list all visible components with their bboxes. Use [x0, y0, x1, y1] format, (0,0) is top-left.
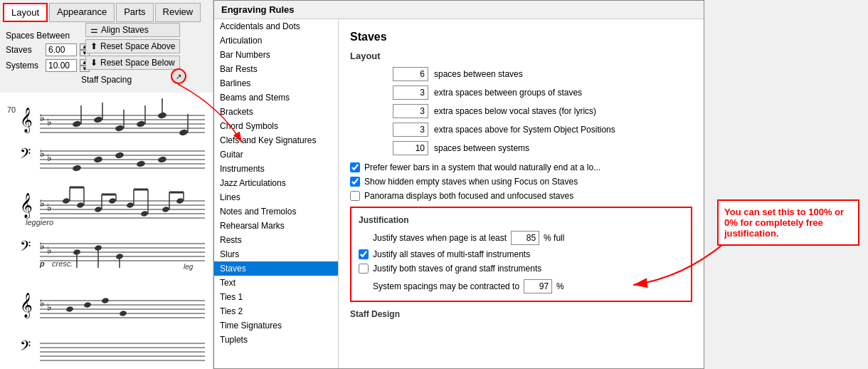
justify-multi-label: Justify all staves of multi-staff instru…: [373, 249, 530, 259]
panorama-checkbox[interactable]: [350, 191, 360, 201]
svg-text:𝄢: 𝄢: [20, 338, 31, 357]
svg-text:p: p: [39, 259, 45, 268]
justify-staves-label: Justify staves when page is at least: [373, 233, 507, 243]
extra-spaces-system-input[interactable]: [393, 123, 428, 137]
align-icon: ⚌: [90, 25, 98, 35]
category-item-chordsymbols[interactable]: Chord Symbols: [214, 119, 338, 133]
svg-point-19: [179, 129, 189, 137]
category-item-barnumbers[interactable]: Bar Numbers: [214, 48, 338, 62]
category-item-notes[interactable]: Notes and Tremolos: [214, 204, 338, 219]
systems-input[interactable]: [46, 59, 77, 72]
category-item-ties2[interactable]: Ties 2: [214, 304, 338, 318]
music-panel: 70 𝄞 ♭ ♭: [0, 93, 213, 369]
category-item-rehearsal[interactable]: Rehearsal Marks: [214, 219, 338, 233]
category-item-lines[interactable]: Lines: [214, 190, 338, 204]
svg-text:♭: ♭: [47, 302, 52, 313]
category-item-articulation[interactable]: Articulation: [214, 33, 338, 48]
category-item-jazzart[interactable]: Jazz Articulations: [214, 176, 338, 190]
category-item-ties1[interactable]: Ties 1: [214, 290, 338, 304]
staves-input[interactable]: [46, 43, 77, 56]
svg-point-44: [76, 202, 84, 208]
justify-grand-row: Justify both staves of grand staff instr…: [359, 264, 684, 274]
svg-point-42: [62, 197, 70, 204]
justification-title: Justification: [359, 215, 684, 225]
category-item-guitar[interactable]: Guitar: [214, 147, 338, 162]
extra-spaces-system-label: extra spaces above for System Object Pos…: [434, 125, 615, 135]
svg-point-54: [140, 210, 148, 217]
show-hidden-staves-checkbox[interactable]: [350, 177, 360, 187]
reset-space-below-button[interactable]: ⬇ Reset Space Below: [85, 56, 180, 70]
tab-layout[interactable]: Layout: [3, 3, 48, 22]
tab-review[interactable]: Review: [155, 3, 201, 22]
leggiero-text: leggiero: [26, 218, 53, 227]
contracted-input[interactable]: [524, 279, 552, 293]
svg-point-47: [94, 206, 102, 212]
dialog-launch-button[interactable]: ↗: [171, 68, 186, 84]
category-item-barrests[interactable]: Bar Rests: [214, 62, 338, 76]
svg-text:♭: ♭: [47, 245, 52, 256]
category-item-beams[interactable]: Beams and Stems: [214, 90, 338, 105]
tab-appearance[interactable]: Appearance: [49, 3, 115, 22]
panorama-row: Panorama displays both focused and unfoc…: [350, 191, 692, 201]
category-item-staves[interactable]: Staves: [214, 261, 338, 276]
tab-parts[interactable]: Parts: [116, 3, 153, 22]
section-title: Staves: [350, 31, 692, 43]
svg-text:♭: ♭: [47, 117, 52, 128]
extra-spaces-vocal-label: extra spaces below vocal staves (for lyr…: [434, 106, 596, 116]
svg-point-52: [126, 202, 134, 208]
category-item-barlines[interactable]: Barlines: [214, 76, 338, 90]
reset-above-icon: ⬆: [90, 41, 97, 51]
svg-point-87: [65, 306, 73, 312]
svg-point-11: [93, 116, 103, 124]
svg-point-9: [72, 120, 82, 128]
engraving-rules-dialog: Engraving Rules Accidentals and Dots Art…: [213, 0, 704, 369]
dialog-title: Engraving Rules: [214, 1, 704, 19]
prefer-fewer-bars-checkbox[interactable]: [350, 162, 360, 172]
spaces-between-staves-label: spaces between staves: [434, 69, 523, 79]
show-hidden-staves-row: Show hidden empty staves when using Focu…: [350, 177, 692, 187]
svg-text:70: 70: [7, 105, 16, 114]
content-panel: Staves Layout spaces between staves extr…: [339, 19, 704, 368]
svg-text:𝄞: 𝄞: [20, 293, 33, 318]
extra-spaces-groups-input[interactable]: [393, 85, 428, 100]
category-item-text[interactable]: Text: [214, 276, 338, 290]
justify-multi-checkbox[interactable]: [359, 249, 369, 259]
extra-spaces-groups-label: extra spaces between groups of staves: [434, 88, 582, 98]
category-item-clefs[interactable]: Clefs and Key Signatures: [214, 133, 338, 147]
reset-space-above-button[interactable]: ⬆ Reset Space Above: [85, 39, 180, 53]
justify-grand-checkbox[interactable]: [359, 264, 369, 274]
svg-point-15: [136, 120, 146, 128]
svg-text:♭: ♭: [40, 113, 45, 123]
extra-spaces-vocal-input[interactable]: [393, 104, 428, 118]
category-item-timesig[interactable]: Time Signatures: [214, 318, 338, 333]
justification-section: Justification Justify staves when page i…: [350, 207, 692, 302]
category-list: Accidentals and Dots Articulation Bar Nu…: [214, 19, 339, 368]
svg-point-49: [108, 197, 116, 204]
svg-point-89: [101, 297, 109, 303]
panorama-label: Panorama displays both focused and unfoc…: [364, 191, 573, 201]
systems-label: Systems: [6, 61, 43, 71]
tooltip-text: You can set this to 100% or 0% for compl…: [724, 207, 844, 239]
svg-text:cresc.: cresc.: [52, 259, 73, 268]
tooltip-box: You can set this to 100% or 0% for compl…: [717, 199, 859, 246]
prefer-fewer-bars-label: Prefer fewer bars in a system that would…: [364, 162, 600, 172]
category-item-instruments[interactable]: Instruments: [214, 162, 338, 176]
spaces-between-systems-input[interactable]: [393, 141, 428, 155]
justify-percent-input[interactable]: [511, 231, 539, 245]
category-item-brackets[interactable]: Brackets: [214, 105, 338, 119]
category-item-rests[interactable]: Rests: [214, 233, 338, 247]
category-item-tuplets[interactable]: Tuplets: [214, 333, 338, 347]
svg-point-29: [72, 165, 82, 172]
svg-text:♭: ♭: [40, 241, 45, 251]
category-item-slurs[interactable]: Slurs: [214, 247, 338, 261]
svg-text:𝄢: 𝄢: [20, 146, 31, 165]
justify-multi-row: Justify all staves of multi-staff instru…: [359, 249, 684, 259]
svg-text:leg: leg: [184, 263, 194, 271]
svg-point-13: [115, 125, 125, 132]
category-item-accidentals[interactable]: Accidentals and Dots: [214, 19, 338, 33]
spaces-between-staves-input[interactable]: [393, 67, 428, 81]
align-staves-button[interactable]: ⚌ Align Staves: [85, 23, 180, 37]
svg-point-33: [157, 156, 167, 164]
spaces-between-systems-label: spaces between systems: [434, 143, 529, 153]
svg-point-90: [119, 310, 127, 316]
